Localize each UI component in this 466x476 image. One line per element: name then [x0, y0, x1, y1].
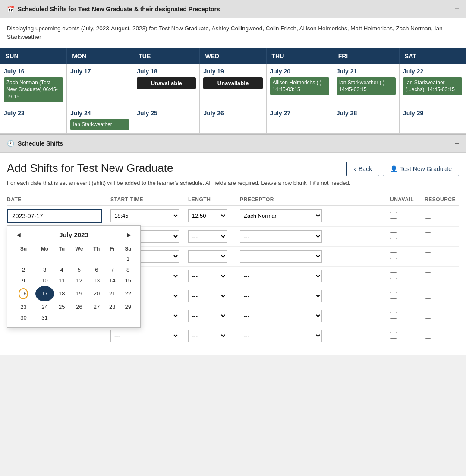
dp-day-cell[interactable]: 2: [12, 264, 35, 275]
length-select-empty[interactable]: ---: [188, 270, 227, 282]
resource-check-empty[interactable]: [425, 292, 431, 299]
dp-day-cell[interactable]: 7: [104, 264, 120, 275]
resource-check-empty[interactable]: [425, 272, 431, 279]
length-select-empty[interactable]: ---: [188, 230, 227, 243]
calendar-cell[interactable]: July 19Unavailable: [200, 64, 266, 106]
preceptor-select-1[interactable]: Zach Norman: [240, 209, 322, 222]
graduate-button[interactable]: 👤 Test New Graduate: [383, 162, 459, 176]
cal-event[interactable]: Unavailable: [203, 77, 262, 89]
unavail-check-empty[interactable]: [390, 332, 397, 339]
length-select-empty[interactable]: ---: [188, 290, 227, 302]
dp-day-cell[interactable]: 3: [35, 264, 54, 275]
dp-day-cell[interactable]: 16: [12, 286, 35, 301]
dp-day-cell[interactable]: 22: [120, 286, 136, 301]
cal-event[interactable]: Allison Helmerichs ( ) 14:45-03:15: [270, 77, 329, 95]
dp-day-cell: [12, 254, 35, 264]
cal-header-thu: THU: [266, 48, 333, 64]
calendar-cell[interactable]: July 27: [266, 106, 333, 133]
unavail-check-empty[interactable]: [390, 232, 397, 239]
calendar-cell[interactable]: July 17: [67, 64, 133, 106]
dp-day-cell[interactable]: 23: [12, 301, 35, 312]
length-select-empty[interactable]: ---: [188, 250, 227, 263]
dp-day-cell[interactable]: 14: [104, 275, 120, 286]
dp-day-fr: Fr: [104, 244, 120, 254]
dp-day-su: Su: [12, 244, 35, 254]
dp-day-cell[interactable]: 11: [54, 275, 69, 286]
cal-header-sat: SAT: [399, 48, 466, 64]
calendar-cell[interactable]: July 21Ian Starkweather ( ) 14:45-03:15: [333, 64, 399, 106]
col-unavail-header: UNAVAIL: [390, 197, 425, 203]
dp-day-cell[interactable]: 15: [120, 275, 136, 286]
dp-day-cell[interactable]: 25: [54, 301, 69, 312]
cal-event[interactable]: Ian Starkweather (...echs), 14:45-03:15: [403, 77, 462, 95]
dp-day-cell[interactable]: 8: [120, 264, 136, 275]
length-cell-empty: ---: [188, 290, 240, 302]
cal-event[interactable]: Ian Starkweather ( ) 14:45-03:15: [337, 77, 396, 95]
cal-event[interactable]: Ian Starkweather: [70, 119, 129, 130]
unavail-check-empty[interactable]: [390, 292, 397, 299]
dp-prev-button[interactable]: ◄: [12, 230, 25, 240]
preceptor-select-empty[interactable]: ---: [240, 310, 322, 322]
dp-day-cell[interactable]: 4: [54, 264, 69, 275]
length-select-1[interactable]: 12.50: [188, 209, 227, 222]
cal-event[interactable]: Zach Norman (Test New Graduate) 06:45-19…: [4, 77, 63, 102]
back-button[interactable]: ‹ Back: [346, 162, 379, 176]
dp-day-cell: [89, 312, 105, 323]
dp-day-cell[interactable]: 21: [104, 286, 120, 301]
calendar-cell[interactable]: July 18Unavailable: [133, 64, 200, 106]
calendar-cell[interactable]: July 22Ian Starkweather (...echs), 14:45…: [399, 64, 466, 106]
calendar-cell[interactable]: July 25: [133, 106, 200, 133]
calendar-cell[interactable]: July 23: [0, 106, 67, 133]
dp-day-cell[interactable]: 12: [69, 275, 88, 286]
calendar-cell[interactable]: July 20Allison Helmerichs ( ) 14:45-03:1…: [266, 64, 333, 106]
unavail-check-1[interactable]: [390, 212, 397, 219]
resource-check-1[interactable]: [425, 212, 431, 219]
length-select-empty[interactable]: ---: [188, 330, 227, 342]
dp-day-cell[interactable]: 29: [120, 301, 136, 312]
resource-check-empty[interactable]: [425, 332, 431, 339]
preceptor-select-empty[interactable]: ---: [240, 230, 322, 243]
length-cell-empty: ---: [188, 270, 240, 282]
calendar-cell[interactable]: July 29: [399, 106, 466, 133]
top-minimize-button[interactable]: −: [454, 4, 459, 13]
preceptor-select-empty[interactable]: ---: [240, 330, 322, 342]
dp-day-cell[interactable]: 13: [89, 275, 105, 286]
date-input-1[interactable]: [7, 209, 102, 223]
calendar-cell[interactable]: July 28: [333, 106, 399, 133]
schedule-minimize-button[interactable]: −: [454, 139, 459, 148]
calendar-cell[interactable]: July 24Ian Starkweather: [67, 106, 133, 133]
preceptor-select-empty[interactable]: ---: [240, 250, 322, 263]
dp-day-cell[interactable]: 27: [89, 301, 105, 312]
dp-day-cell[interactable]: 31: [35, 312, 54, 323]
dp-day-cell[interactable]: 17: [35, 286, 54, 301]
dp-grid: Su Mo Tu We Th Fr Sa 1234567891011121314…: [12, 244, 136, 323]
length-select-empty[interactable]: ---: [188, 310, 227, 322]
dp-day-cell[interactable]: 20: [89, 286, 105, 301]
dp-day-cell[interactable]: 24: [35, 301, 54, 312]
dp-day-cell[interactable]: 5: [69, 264, 88, 275]
dp-day-cell[interactable]: 30: [12, 312, 35, 323]
datepicker-popup: ◄ July 2023 ► Su Mo Tu We Th F: [7, 225, 141, 328]
resource-check-empty[interactable]: [425, 312, 431, 319]
calendar-cell[interactable]: July 16Zach Norman (Test New Graduate) 0…: [0, 64, 67, 106]
dp-day-cell[interactable]: 28: [104, 301, 120, 312]
dp-day-cell[interactable]: 19: [69, 286, 88, 301]
preceptor-select-empty[interactable]: ---: [240, 290, 322, 302]
dp-day-cell[interactable]: 26: [69, 301, 88, 312]
starttime-select-1[interactable]: 18:45: [110, 209, 179, 222]
dp-day-cell[interactable]: 18: [54, 286, 69, 301]
unavail-check-empty[interactable]: [390, 272, 397, 279]
dp-day-cell[interactable]: 6: [89, 264, 105, 275]
dp-day-cell[interactable]: 9: [12, 275, 35, 286]
resource-check-empty[interactable]: [425, 232, 431, 239]
dp-day-cell[interactable]: 10: [35, 275, 54, 286]
resource-check-empty[interactable]: [425, 252, 431, 259]
cal-event[interactable]: Unavailable: [137, 77, 196, 89]
dp-day-cell[interactable]: 1: [120, 254, 136, 264]
unavail-check-empty[interactable]: [390, 312, 397, 319]
calendar-cell[interactable]: July 26: [200, 106, 266, 133]
unavail-check-empty[interactable]: [390, 252, 397, 259]
preceptor-select-empty[interactable]: ---: [240, 270, 322, 282]
dp-next-button[interactable]: ►: [122, 230, 136, 240]
starttime-select-empty[interactable]: ---: [110, 330, 179, 342]
